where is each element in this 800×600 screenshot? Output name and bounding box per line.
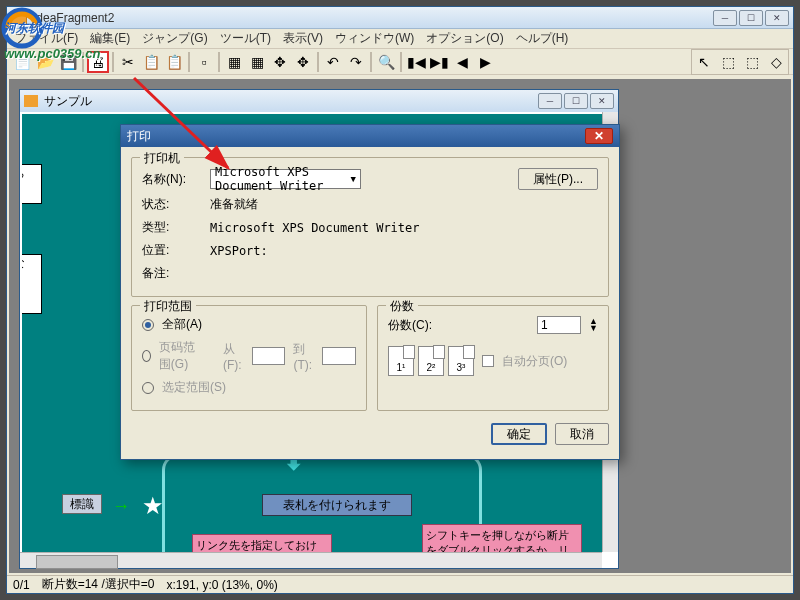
where-value: XPSPort: (210, 244, 268, 258)
properties-button[interactable]: 属性(P)... (518, 168, 598, 190)
status-page: 0/1 (13, 578, 30, 592)
range-group: 打印范围 全部(A) 页码范围(G) 从(F):到(T): 选定范围(S) (131, 305, 367, 411)
cancel-button[interactable]: 取消 (555, 423, 609, 445)
doc-icon (24, 95, 38, 107)
link-icon[interactable]: ⬚ (717, 51, 739, 73)
undo-icon[interactable]: ↶ (322, 51, 344, 73)
type-value: Microsoft XPS Document Writer (210, 221, 420, 235)
fragment[interactable]: ち (22, 164, 42, 204)
menu-help[interactable]: ヘルプ(H) (512, 28, 573, 49)
close-button[interactable]: ✕ (765, 10, 789, 26)
radio-selection[interactable] (142, 382, 154, 394)
type-label: 类型: (142, 219, 202, 236)
printer-name-label: 名称(N): (142, 171, 202, 188)
zoom-icon[interactable]: 🔍 (375, 51, 397, 73)
radio-all[interactable] (142, 319, 154, 331)
print-dialog: 打印 ✕ 打印机 名称(N): Microsoft XPS Document W… (120, 124, 620, 460)
scrollbar-horizontal[interactable] (20, 552, 602, 568)
doc-close-button[interactable]: ✕ (590, 93, 614, 109)
menubar: ファイル(F) 編集(E) ジャンプ(G) ツール(T) 表示(V) ウィンドウ… (7, 29, 793, 49)
from-input[interactable] (252, 347, 286, 365)
menu-jump[interactable]: ジャンプ(G) (138, 28, 211, 49)
prev-icon[interactable]: ▮◀ (405, 51, 427, 73)
menu-tool[interactable]: ツール(T) (216, 28, 275, 49)
minimize-button[interactable]: ─ (713, 10, 737, 26)
statusbar: 0/1 断片数=14 /選択中=0 x:191, y:0 (13%, 0%) (7, 575, 793, 593)
fwd-icon[interactable]: ▶ (474, 51, 496, 73)
radio-pages-label: 页码范围(G) (159, 339, 204, 373)
printer-group: 打印机 名称(N): Microsoft XPS Document Writer… (131, 157, 609, 297)
titlebar[interactable]: IdeaFragment2 ─ ☐ ✕ (7, 7, 793, 29)
arrange-icon[interactable]: ✥ (292, 51, 314, 73)
collate-checkbox[interactable] (482, 355, 494, 367)
new-fragment-icon[interactable]: ▫ (193, 51, 215, 73)
comment-label: 备注: (142, 265, 202, 282)
collate-preview-icon: 1¹ 2² 3³ (388, 346, 474, 376)
range-group-label: 打印范围 (140, 298, 196, 315)
watermark-text: 河东软件园 www.pc0359.cn (4, 12, 100, 64)
fragment-pink[interactable]: シフトキーを押しながら断片をダブルクリックするか、リン (422, 524, 582, 552)
star-icon: ★ (142, 492, 164, 520)
fragment-pink[interactable]: リンク先を指定しておけ (192, 534, 332, 552)
radio-pages[interactable] (142, 350, 151, 362)
printer-name-combo[interactable]: Microsoft XPS Document Writer (210, 169, 361, 189)
copy-icon[interactable]: 📋 (140, 51, 162, 73)
tile-icon[interactable]: ▦ (246, 51, 268, 73)
copies-label: 份数(C): (388, 317, 432, 334)
doc-titlebar[interactable]: サンプル ─ ☐ ✕ (20, 90, 618, 112)
collate-label: 自动分页(O) (502, 353, 567, 370)
radio-selection-label: 选定范围(S) (162, 379, 226, 396)
tag-label[interactable]: 標識 (62, 494, 102, 514)
doc-maximize-button[interactable]: ☐ (564, 93, 588, 109)
where-label: 位置: (142, 242, 202, 259)
menu-option[interactable]: オプション(O) (422, 28, 507, 49)
grid-icon[interactable]: ▦ (223, 51, 245, 73)
toolbar: 📄 📂 💾 🖨 ✂ 📋 📋 ▫ ▦ ▦ ✥ ✥ ↶ ↷ 🔍 ▮◀ ▶▮ ◀ ▶ … (7, 49, 793, 75)
copies-spinner[interactable]: 1 (537, 316, 581, 334)
pointer-icon[interactable]: ↖ (693, 51, 715, 73)
radio-all-label: 全部(A) (162, 316, 202, 333)
copies-group-label: 份数 (386, 298, 418, 315)
paste-icon[interactable]: 📋 (163, 51, 185, 73)
select-icon[interactable]: ⬚ (741, 51, 763, 73)
fragment[interactable]: な (22, 254, 42, 314)
ok-button[interactable]: 确定 (491, 423, 547, 445)
draw-icon[interactable]: ◇ (765, 51, 787, 73)
doc-title-text: サンプル (44, 93, 92, 110)
cut-icon[interactable]: ✂ (117, 51, 139, 73)
dialog-titlebar[interactable]: 打印 ✕ (121, 125, 619, 147)
to-input[interactable] (322, 347, 356, 365)
redo-icon[interactable]: ↷ (345, 51, 367, 73)
doc-minimize-button[interactable]: ─ (538, 93, 562, 109)
status-label: 状态: (142, 196, 202, 213)
arrow-right-icon: → (112, 496, 130, 517)
menu-window[interactable]: ウィンドウ(W) (331, 28, 418, 49)
app-title: IdeaFragment2 (33, 11, 713, 25)
maximize-button[interactable]: ☐ (739, 10, 763, 26)
copies-group: 份数 份数(C):1▲▼ 1¹ 2² 3³ 自动分页(O) (377, 305, 609, 411)
dialog-title: 打印 (127, 128, 151, 145)
next-icon[interactable]: ▶▮ (428, 51, 450, 73)
status-coords: x:191, y:0 (13%, 0%) (166, 578, 277, 592)
fragment-title[interactable]: 表札を付けられます (262, 494, 412, 516)
printer-group-label: 打印机 (140, 150, 184, 167)
status-value: 准备就绪 (210, 196, 258, 213)
status-count: 断片数=14 /選択中=0 (42, 576, 155, 593)
menu-view[interactable]: 表示(V) (279, 28, 327, 49)
move-icon[interactable]: ✥ (269, 51, 291, 73)
back-icon[interactable]: ◀ (451, 51, 473, 73)
dialog-close-button[interactable]: ✕ (585, 128, 613, 144)
